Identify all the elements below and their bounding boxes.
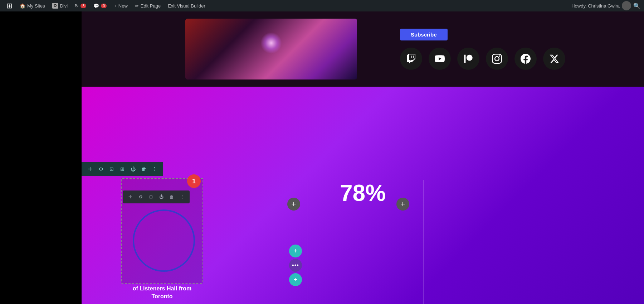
- add-row-below-button[interactable]: +: [289, 273, 302, 286]
- row-toolbar: ✛ ⚙ ⊡ ⊞ ⏻ 🗑 ⋮: [82, 162, 163, 176]
- admin-bar-right: Howdy, Christina Gwira 🔍: [571, 1, 640, 10]
- comments-menu[interactable]: 💬 0: [91, 0, 109, 11]
- row-toggle-button[interactable]: ⏻: [128, 164, 138, 174]
- module-delete-button[interactable]: 🗑: [167, 192, 176, 202]
- youtube-button[interactable]: [429, 48, 451, 70]
- instagram-button[interactable]: [486, 48, 508, 70]
- row-more-button[interactable]: ⋮: [150, 164, 160, 174]
- divi-icon: D: [52, 3, 58, 9]
- top-section: Subscribe: [82, 11, 644, 87]
- number-badge: 1: [187, 174, 201, 188]
- module-settings-button[interactable]: ⚙: [136, 192, 145, 202]
- row-duplicate-button[interactable]: ⊡: [107, 164, 117, 174]
- add-column-center-button[interactable]: +: [287, 198, 300, 211]
- plus-icon: +: [114, 3, 117, 9]
- facebook-button[interactable]: [514, 48, 537, 70]
- pencil-icon: ✏: [135, 3, 139, 9]
- howdy-text: Howdy, Christina Gwira: [571, 3, 620, 9]
- my-sites-menu[interactable]: 🏠 My Sites: [17, 0, 48, 11]
- purple-section: ✛ ⚙ ⊡ ⊞ ⏻ 🗑 ⋮ 1 ✛ ⚙ ⊡ ⏻ 🗑 ⋮: [82, 87, 644, 304]
- stat-percent: 78%: [340, 179, 386, 206]
- new-menu[interactable]: + New: [111, 0, 131, 11]
- twitch-button[interactable]: [400, 48, 422, 70]
- comments-icon: 💬: [93, 3, 99, 9]
- search-icon[interactable]: 🔍: [633, 3, 640, 9]
- comments-badge: 0: [101, 4, 107, 8]
- edit-page-menu[interactable]: ✏ Edit Page: [132, 0, 164, 11]
- admin-bar: ⊞ 🏠 My Sites D Divi ↻ 3 💬 0 + New ✏ Edit…: [0, 0, 644, 11]
- row-delete-button[interactable]: 🗑: [139, 164, 149, 174]
- exit-builder-menu[interactable]: Exit Visual Builder: [165, 0, 208, 11]
- house-icon: 🏠: [20, 3, 25, 9]
- row-settings-button[interactable]: ⚙: [96, 164, 106, 174]
- column-divider-2: [423, 180, 424, 304]
- updates-badge: 3: [80, 4, 86, 8]
- row-columns-button[interactable]: ⊞: [117, 164, 127, 174]
- add-row-above-button[interactable]: +: [289, 245, 302, 257]
- divi-menu[interactable]: D Divi: [49, 0, 70, 11]
- module-duplicate-button[interactable]: ⊡: [146, 192, 156, 202]
- module-add-button[interactable]: ✛: [126, 192, 135, 202]
- bottom-controls: + ••• +: [289, 245, 302, 286]
- wp-logo[interactable]: ⊞: [4, 0, 15, 11]
- hero-image: [185, 19, 357, 79]
- module-toolbar: ✛ ⚙ ⊡ ⏻ 🗑 ⋮: [123, 190, 190, 203]
- row-options-button[interactable]: •••: [289, 259, 302, 272]
- sidebar: [0, 11, 82, 304]
- row-add-button[interactable]: ✛: [85, 164, 95, 174]
- patreon-button[interactable]: [457, 48, 479, 70]
- twitter-button[interactable]: [543, 48, 565, 70]
- column-divider-1: [307, 180, 307, 304]
- updates-menu[interactable]: ↻ 3: [72, 0, 89, 11]
- avatar: [622, 1, 631, 10]
- svg-point-0: [133, 210, 194, 271]
- subscribe-button[interactable]: Subscribe: [400, 29, 448, 40]
- wp-icon: ⊞: [6, 1, 13, 10]
- updates-icon: ↻: [75, 3, 79, 9]
- circle-chart: [123, 205, 205, 276]
- add-column-right-button[interactable]: +: [396, 198, 409, 211]
- main-content: Subscribe: [82, 11, 644, 304]
- module-more-button[interactable]: ⋮: [177, 192, 187, 202]
- stat-label: of Listeners Hail from Toronto: [121, 285, 203, 301]
- module-toggle-button[interactable]: ⏻: [157, 192, 166, 202]
- social-icons-row: [400, 48, 565, 70]
